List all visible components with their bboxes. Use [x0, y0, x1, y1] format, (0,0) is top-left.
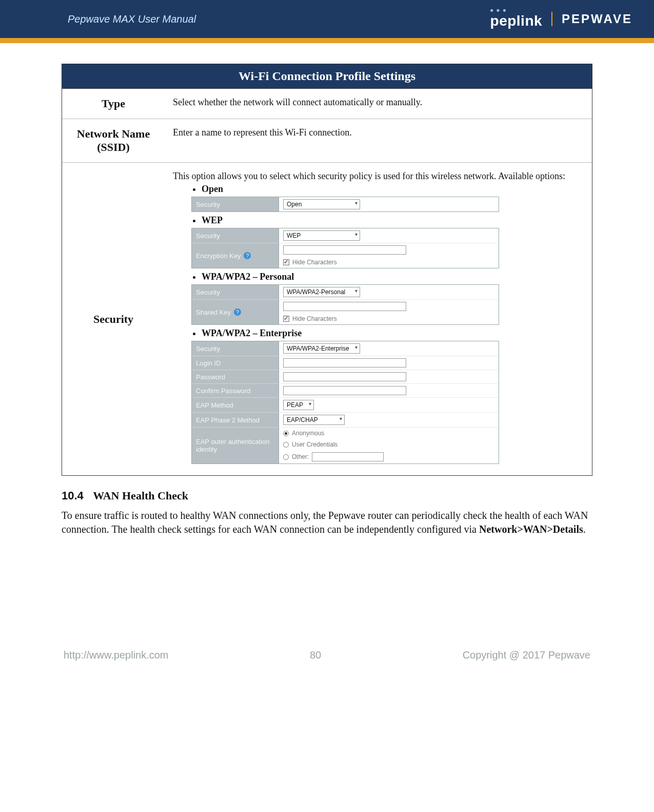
- wpae-eap-value: PEAP: [287, 401, 303, 409]
- option-wpa-personal-heading: WPA/WPA2 – Personal: [202, 272, 584, 282]
- section-number: 10.4: [62, 489, 84, 502]
- brand-peplink: peplink: [490, 13, 543, 29]
- option-wpa-enterprise-heading: WPA/WPA2 – Enterprise: [202, 328, 584, 339]
- wpae-eap2-value: EAP/CHAP: [287, 416, 318, 423]
- open-security-label: Security: [192, 197, 279, 211]
- row-type-desc: Select whether the network will connect …: [165, 89, 592, 119]
- wep-security-select[interactable]: WEP: [283, 230, 360, 241]
- row-security-body: This option allows you to select which s…: [165, 163, 592, 475]
- wpae-eap-select[interactable]: PEAP: [283, 400, 314, 410]
- row-type: Type Select whether the network will con…: [62, 89, 592, 119]
- brand-separator: [551, 12, 552, 26]
- wpae-outer-other-radio[interactable]: [283, 454, 289, 460]
- wpae-outer-user-radio[interactable]: [283, 442, 289, 448]
- security-options-list: WEP: [173, 215, 584, 226]
- wpap-key-input[interactable]: [283, 302, 406, 311]
- wpae-outer-anon-radio[interactable]: [283, 431, 289, 436]
- brand-logo: • • • peplink PEPWAVE: [490, 9, 632, 29]
- panel-wpa-personal: Security WPA/WPA2-Personal Shared Key ?: [191, 284, 499, 325]
- wpae-confirm-input[interactable]: [283, 386, 406, 395]
- wpap-hide-label: Hide Characters: [292, 315, 337, 322]
- option-open-heading: Open: [202, 184, 584, 195]
- row-type-label: Type: [62, 89, 165, 119]
- footer-url: http://www.peplink.com: [64, 649, 169, 661]
- row-security: Security This option allows you to selec…: [62, 163, 592, 475]
- settings-title: Wi-Fi Connection Profile Settings: [62, 64, 592, 89]
- wpae-security-label: Security: [192, 341, 279, 356]
- panel-open: Security Open: [191, 197, 499, 212]
- panel-wep: Security WEP Encryption Key ?: [191, 228, 499, 268]
- wpae-outer-anon-label: Anonymous: [292, 430, 324, 437]
- security-options-list: WPA/WPA2 – Enterprise: [173, 328, 584, 339]
- row-security-desc: This option allows you to select which s…: [173, 171, 584, 182]
- wpae-confirm-label: Confirm Password: [192, 383, 279, 397]
- wep-hide-checkbox[interactable]: [283, 259, 289, 265]
- wep-hide-label: Hide Characters: [292, 259, 337, 266]
- wpae-outer-other-label: Other:: [292, 453, 309, 460]
- wep-security-value: WEP: [287, 232, 301, 239]
- option-wep-heading: WEP: [202, 215, 584, 226]
- wpap-security-select[interactable]: WPA/WPA2-Personal: [283, 287, 360, 297]
- wep-key-label: Encryption Key ?: [192, 243, 279, 268]
- section-paragraph-bold: Network>WAN>Details: [479, 524, 583, 535]
- wpap-hide-checkbox[interactable]: [283, 316, 289, 322]
- header-accent-bar: [0, 38, 654, 43]
- footer-copyright: Copyright @ 2017 Pepwave: [463, 649, 590, 661]
- open-security-select[interactable]: Open: [283, 199, 360, 209]
- section-paragraph-post: .: [583, 524, 586, 535]
- help-icon[interactable]: ?: [234, 308, 241, 316]
- section-paragraph: To ensure traffic is routed to healthy W…: [62, 509, 592, 536]
- manual-title: Pepwave MAX User Manual: [68, 13, 196, 25]
- wep-key-input[interactable]: [283, 245, 406, 255]
- help-icon[interactable]: ?: [244, 252, 251, 259]
- wpap-key-label-text: Shared Key: [196, 308, 231, 316]
- wpae-outer-other-input[interactable]: [312, 452, 384, 461]
- wpap-security-label: Security: [192, 285, 279, 299]
- security-options-list: Open: [173, 184, 584, 195]
- row-ssid: Network Name (SSID) Enter a name to repr…: [62, 119, 592, 163]
- wpae-outer-label: EAP outer authentication identity: [192, 427, 279, 463]
- wpae-eap-label: EAP Method: [192, 397, 279, 412]
- content-area: Wi-Fi Connection Profile Settings Type S…: [0, 43, 654, 707]
- settings-box: Wi-Fi Connection Profile Settings Type S…: [62, 64, 592, 476]
- wpae-eap2-select[interactable]: EAP/CHAP: [283, 415, 345, 425]
- row-ssid-desc: Enter a name to represent this Wi-Fi con…: [165, 119, 592, 162]
- wep-key-label-text: Encryption Key: [196, 252, 241, 260]
- footer-page-number: 80: [310, 649, 321, 661]
- row-ssid-label: Network Name (SSID): [62, 119, 165, 162]
- wpae-login-input[interactable]: [283, 358, 406, 368]
- header-banner: Pepwave MAX User Manual • • • peplink PE…: [0, 0, 654, 38]
- wpae-security-select[interactable]: WPA/WPA2-Enterprise: [283, 343, 360, 354]
- wpae-eap2-label: EAP Phase 2 Method: [192, 412, 279, 427]
- wpap-key-label: Shared Key ?: [192, 299, 279, 324]
- logo-dots-icon: • • •: [490, 9, 543, 12]
- wep-security-label: Security: [192, 228, 279, 243]
- wpae-password-input[interactable]: [283, 372, 406, 381]
- panel-wpa-enterprise: Security WPA/WPA2-Enterprise Login ID Pa…: [191, 341, 499, 464]
- wpae-security-value: WPA/WPA2-Enterprise: [287, 345, 349, 352]
- page-root: Pepwave MAX User Manual • • • peplink PE…: [0, 0, 654, 707]
- page-footer: http://www.peplink.com 80 Copyright @ 20…: [62, 649, 592, 692]
- open-security-value: Open: [287, 201, 302, 208]
- security-options-list: WPA/WPA2 – Personal: [173, 272, 584, 282]
- row-security-label: Security: [62, 163, 165, 475]
- section-heading: 10.4 WAN Health Check: [62, 489, 592, 502]
- wpap-security-value: WPA/WPA2-Personal: [287, 288, 345, 296]
- wpae-password-label: Password: [192, 370, 279, 383]
- brand-pepwave: PEPWAVE: [562, 12, 632, 26]
- wpae-outer-user-label: User Credentials: [292, 441, 338, 448]
- section-title: WAN Health Check: [93, 489, 188, 502]
- wpae-login-label: Login ID: [192, 356, 279, 370]
